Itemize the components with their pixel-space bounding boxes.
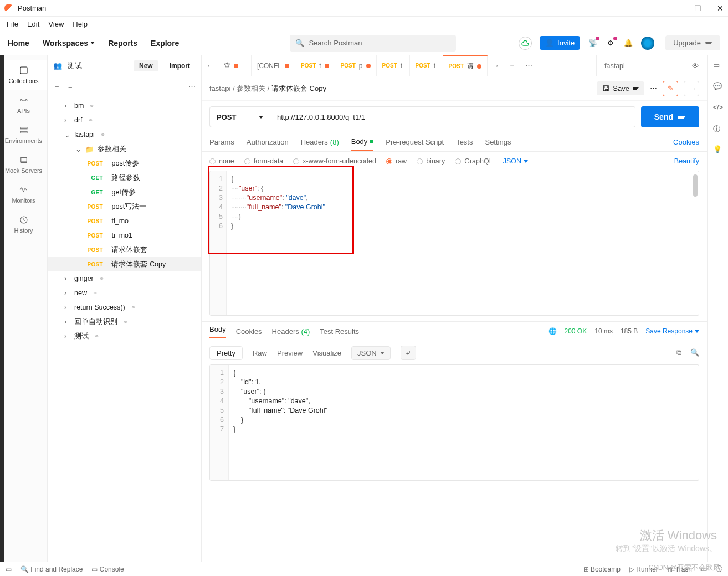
settings-icon[interactable]: ⚙	[606, 38, 616, 48]
rail-monitors[interactable]: Monitors	[0, 179, 47, 209]
collection-ginger[interactable]: ›ginger⚭	[48, 271, 201, 286]
tab[interactable]: 查	[218, 55, 252, 76]
tab-forward-icon[interactable]: →	[488, 55, 504, 76]
rail-apis[interactable]: APIs	[0, 90, 47, 120]
rail-collections[interactable]: Collections	[0, 60, 47, 90]
close-icon[interactable]: ✕	[717, 4, 724, 13]
tab-auth[interactable]: Authorization	[247, 133, 289, 151]
body-none[interactable]: none	[209, 157, 234, 165]
comments-icon[interactable]: 💬	[713, 82, 723, 92]
folder-params[interactable]: ⌄📁参数相关	[48, 142, 201, 156]
tab[interactable]: POSTt	[377, 55, 410, 76]
collection-drf[interactable]: ›drf⚭	[48, 113, 201, 127]
body-format-selector[interactable]: JSON	[503, 157, 528, 165]
code[interactable]: { ····"user": { ········"username": "dav…	[227, 171, 699, 315]
send-button[interactable]: Send	[641, 106, 699, 127]
tab-active[interactable]: POST请	[443, 55, 488, 76]
code-icon[interactable]: </>	[713, 103, 723, 113]
cookies-link[interactable]: Cookies	[673, 138, 699, 146]
collection-fastapi[interactable]: ⌄fastapi⚭	[48, 127, 201, 142]
tab-prerequest[interactable]: Pre-request Script	[386, 133, 444, 151]
notifications-icon[interactable]: 🔔	[623, 38, 633, 48]
tab[interactable]: POSTt	[410, 55, 443, 76]
copy-icon[interactable]: ⧉	[676, 348, 681, 357]
workspace-name[interactable]: 测试	[68, 61, 128, 71]
tab[interactable]: [CONFL	[252, 55, 295, 76]
import-button[interactable]: Import	[164, 60, 196, 71]
resp-tab-body[interactable]: Body	[209, 325, 226, 338]
method-selector[interactable]: POST	[209, 106, 270, 127]
console[interactable]: ▭ Console	[91, 565, 124, 573]
menu-file[interactable]: File	[7, 20, 18, 28]
add-icon[interactable]: ＋	[53, 81, 60, 91]
nav-workspaces[interactable]: Workspaces	[43, 39, 95, 48]
sidebar-toggle-icon[interactable]: ▭	[6, 565, 12, 573]
edit-icon[interactable]: ✎	[663, 81, 678, 96]
globe-icon[interactable]: 🌐	[548, 327, 557, 335]
menu-view[interactable]: View	[48, 20, 64, 28]
tab-settings[interactable]: Settings	[485, 133, 511, 151]
collection-auto[interactable]: ›回单自动识别⚭	[48, 315, 201, 329]
rail-mock[interactable]: Mock Servers	[0, 150, 47, 179]
rail-environments[interactable]: Environments	[0, 120, 47, 150]
request-row[interactable]: POST post传参	[48, 156, 201, 171]
collection-return[interactable]: ›return Success()⚭	[48, 300, 201, 315]
body-urlencoded[interactable]: x-www-form-urlencoded	[293, 157, 376, 165]
tab-add-icon[interactable]: ＋	[504, 55, 521, 76]
more-icon[interactable]: ⋯	[650, 84, 657, 92]
minimize-icon[interactable]: —	[671, 4, 679, 13]
request-row-selected[interactable]: POST 请求体嵌套 Copy	[48, 257, 201, 271]
beautify-link[interactable]: Beautify	[674, 157, 699, 165]
rail-history[interactable]: History	[0, 209, 47, 239]
avatar[interactable]	[641, 37, 654, 50]
resp-tab-cookies[interactable]: Cookies	[236, 327, 262, 336]
maximize-icon[interactable]: ☐	[694, 4, 701, 13]
environment-selector[interactable]: fastapi👁	[596, 55, 707, 76]
satellite-icon[interactable]: 📡	[588, 38, 598, 48]
request-row[interactable]: GET get传参	[48, 185, 201, 199]
search-icon[interactable]: 🔍	[690, 348, 699, 357]
tab-more-icon[interactable]: ⋯	[521, 55, 537, 76]
resp-tab-tests[interactable]: Test Results	[320, 327, 359, 336]
search-input[interactable]: 🔍 Search Postman	[290, 35, 456, 52]
request-row[interactable]: POST post写法一	[48, 199, 201, 214]
tab[interactable]: POSTt	[295, 55, 335, 76]
tab-tests[interactable]: Tests	[456, 133, 473, 151]
new-button[interactable]: New	[134, 60, 158, 71]
view-visualize[interactable]: Visualize	[312, 349, 341, 357]
tab-params[interactable]: Params	[209, 133, 234, 151]
tab-back-icon[interactable]: ←	[202, 55, 218, 76]
tab-body[interactable]: Body	[351, 133, 374, 151]
sync-icon[interactable]	[519, 37, 532, 50]
url-input[interactable]: http://127.0.0.1:8000/q_t1/1	[270, 106, 635, 127]
idea-icon[interactable]: 💡	[713, 145, 723, 155]
response-format-selector[interactable]: JSON	[351, 346, 391, 360]
collection-test[interactable]: ›测试⚭	[48, 329, 201, 343]
save-button[interactable]: 🖫Save	[597, 81, 644, 95]
wrap-icon[interactable]: ⤶	[401, 346, 416, 360]
tab[interactable]: POSTp	[335, 55, 377, 76]
upgrade-button[interactable]: Upgrade	[665, 35, 720, 50]
response-body-editor[interactable]: 1234567 { "id": 1, "user": { "username":…	[209, 364, 699, 481]
collection-bm[interactable]: ›bm⚭	[48, 99, 201, 113]
comment-icon[interactable]: ▭	[684, 81, 699, 96]
nav-reports[interactable]: Reports	[108, 39, 137, 48]
menu-edit[interactable]: Edit	[27, 20, 39, 28]
request-row[interactable]: POST 请求体嵌套	[48, 243, 201, 257]
bootcamp[interactable]: ⊞ Bootcamp	[583, 565, 621, 573]
info-icon[interactable]: ⓘ	[713, 124, 723, 134]
request-row[interactable]: GET 路径参数	[48, 171, 201, 185]
more-icon[interactable]: ⋯	[188, 82, 196, 90]
body-graphql[interactable]: GraphQL	[455, 157, 493, 165]
view-raw[interactable]: Raw	[253, 349, 267, 357]
menu-help[interactable]: Help	[73, 20, 88, 28]
request-row[interactable]: POST ti_mo	[48, 214, 201, 228]
invite-button[interactable]: 👤Invite	[540, 36, 580, 50]
view-preview[interactable]: Preview	[277, 349, 303, 357]
nav-home[interactable]: Home	[8, 39, 29, 48]
body-binary[interactable]: binary	[417, 157, 445, 165]
body-raw[interactable]: raw	[386, 157, 407, 165]
save-response-link[interactable]: Save Response	[645, 327, 699, 335]
tab-headers[interactable]: Headers (8)	[301, 133, 339, 151]
body-formdata[interactable]: form-data	[244, 157, 284, 165]
